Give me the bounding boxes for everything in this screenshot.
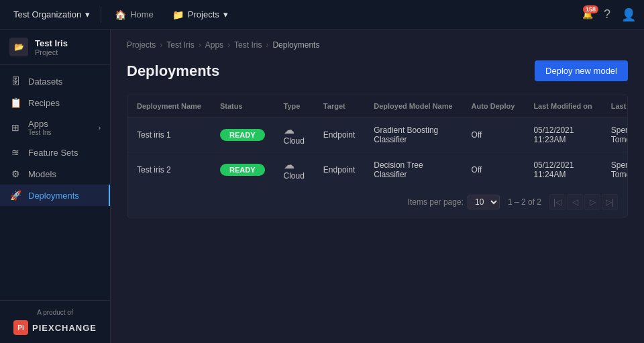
recipes-icon: 📋 (9, 97, 21, 108)
main-content: Projects › Test Iris › Apps › Test Iris … (111, 30, 644, 343)
sidebar-project: 📂 Test Iris Project (0, 30, 110, 65)
breadcrumb-sep-2: › (199, 40, 201, 50)
projects-label: Projects (188, 9, 219, 19)
cell-auto-deploy: Off (462, 117, 525, 152)
notifications-button[interactable]: 🔔 158 (582, 9, 593, 19)
top-nav: Test Organization ▾ 🏠 Home 📁 Projects ▾ … (0, 0, 644, 30)
cloud-icon: ☁ (284, 124, 294, 136)
pagination-buttons: |◁ ◁ ▷ ▷| (549, 194, 618, 210)
sidebar-item-recipes[interactable]: 📋 Recipes (0, 92, 110, 113)
sidebar: 📂 Test Iris Project 🗄 Datasets 📋 Recipes… (0, 30, 111, 343)
nav-projects[interactable]: 📁 Projects ▾ (164, 5, 236, 24)
cell-target: Endpoint (314, 117, 364, 152)
breadcrumb-sep-4: › (266, 40, 268, 50)
deployments-icon: 🚀 (9, 190, 21, 201)
next-page-button[interactable]: ▷ (584, 194, 600, 210)
sidebar-item-label: Feature Sets (28, 148, 78, 158)
cell-auto-deploy: Off (462, 152, 525, 187)
cloud-icon: ☁ (284, 159, 294, 170)
nav-divider (101, 7, 101, 23)
prev-page-button[interactable]: ◁ (567, 194, 583, 210)
breadcrumb-test-iris-1[interactable]: Test Iris (166, 40, 194, 50)
nav-home[interactable]: 🏠 Home (107, 5, 162, 24)
cell-deployment-name: Test iris 2 (127, 152, 211, 187)
nav-items: 🏠 Home 📁 Projects ▾ (107, 5, 236, 24)
folder-icon: 📁 (172, 9, 184, 20)
apps-arrow-icon: › (99, 124, 101, 132)
feature-sets-icon: ≋ (9, 147, 21, 158)
col-auto-deploy: Auto Deploy (462, 95, 525, 117)
sidebar-item-label: Deployments (28, 191, 79, 201)
org-selector[interactable]: Test Organization ▾ (8, 7, 95, 22)
cell-model-name: Gradient Boosting Classifier (364, 117, 462, 152)
org-name: Test Organization (13, 9, 81, 19)
cell-modified-by: Spencer Tomers (602, 152, 628, 187)
breadcrumb-sep-3: › (227, 40, 230, 50)
sidebar-item-datasets[interactable]: 🗄 Datasets (0, 70, 110, 92)
deploy-new-model-button[interactable]: Deploy new model (535, 60, 628, 81)
col-status: Status (211, 95, 274, 117)
help-icon[interactable]: ? (604, 7, 610, 21)
first-page-button[interactable]: |◁ (549, 194, 566, 210)
page-title: Deployments (127, 62, 219, 80)
col-last-modified-by: Last Modified by (602, 95, 628, 117)
project-label: Project (35, 48, 101, 56)
sidebar-nav: 🗄 Datasets 📋 Recipes ⊞ Apps Test Iris › … (0, 65, 110, 300)
deployments-table-container: Deployment Name Status Type Target Deplo… (127, 95, 628, 217)
cell-status: READY (211, 152, 274, 187)
home-label: Home (130, 9, 154, 19)
home-icon: 🏠 (115, 9, 126, 20)
per-page-select[interactable]: 10 25 50 (468, 195, 500, 209)
user-icon[interactable]: 👤 (621, 7, 636, 22)
cell-status: READY (211, 117, 274, 152)
logo-text: PIEXCHANGE (32, 323, 97, 333)
breadcrumb: Projects › Test Iris › Apps › Test Iris … (127, 40, 628, 50)
project-name: Test Iris (35, 38, 101, 48)
status-badge: READY (220, 164, 265, 176)
breadcrumb-sep-1: › (160, 40, 162, 50)
col-type: Type (274, 95, 314, 117)
pagination-row: Items per page: 10 25 50 1 – 2 of 2 |◁ ◁… (127, 187, 627, 217)
last-page-button[interactable]: ▷| (602, 194, 618, 210)
footer-tagline: A product of (37, 309, 72, 316)
page-info: 1 – 2 of 2 (508, 197, 541, 207)
cell-last-modified-on: 05/12/202111:24AM (524, 152, 601, 187)
breadcrumb-projects[interactable]: Projects (127, 40, 156, 50)
breadcrumb-current: Deployments (272, 40, 319, 50)
sidebar-footer: A product of Pi PIEXCHANGE (0, 300, 110, 343)
apps-icon: ⊞ (9, 122, 21, 133)
col-deployed-model-name: Deployed Model Name (364, 95, 462, 117)
main-layout: 📂 Test Iris Project 🗄 Datasets 📋 Recipes… (0, 30, 644, 343)
sidebar-item-label: Recipes (28, 98, 60, 108)
breadcrumb-test-iris-2[interactable]: Test Iris (234, 40, 262, 50)
logo-area: Pi PIEXCHANGE (13, 320, 97, 335)
cell-modified-by: Spencer Tomers (602, 117, 628, 152)
sidebar-item-label: Datasets (28, 77, 62, 87)
org-chevron-icon: ▾ (85, 9, 90, 19)
sidebar-item-apps[interactable]: ⊞ Apps Test Iris › (0, 113, 110, 142)
deployments-table: Deployment Name Status Type Target Deplo… (127, 95, 628, 187)
project-icon: 📂 (9, 38, 28, 56)
project-info: Test Iris Project (35, 38, 101, 56)
items-per-page-label: Items per page: (408, 197, 464, 207)
nav-right: 🔔 158 ? 👤 (582, 7, 636, 22)
items-per-page: Items per page: 10 25 50 (408, 195, 500, 209)
table-header-row: Deployment Name Status Type Target Deplo… (127, 95, 628, 117)
cell-model-name: Decision Tree Classifier (364, 152, 462, 187)
table-row: Test iris 2 READY ☁ Cloud Endpoint Decis… (127, 152, 628, 187)
cell-type: ☁ Cloud (274, 152, 314, 187)
page-header: Deployments Deploy new model (127, 60, 628, 81)
status-badge: READY (220, 129, 265, 141)
col-deployment-name: Deployment Name (127, 95, 211, 117)
models-icon: ⚙ (9, 168, 21, 179)
sidebar-item-models[interactable]: ⚙ Models (0, 163, 110, 185)
breadcrumb-apps[interactable]: Apps (205, 40, 223, 50)
sidebar-item-deployments[interactable]: 🚀 Deployments (0, 185, 110, 206)
apps-label: Apps (28, 119, 92, 129)
datasets-icon: 🗄 (9, 76, 21, 87)
sidebar-item-label: Models (28, 169, 56, 179)
col-last-modified-on: Last Modified on (524, 95, 601, 117)
cell-last-modified-on: 05/12/202111:23AM (524, 117, 601, 152)
sidebar-item-feature-sets[interactable]: ≋ Feature Sets (0, 142, 110, 163)
projects-chevron-icon: ▾ (223, 9, 228, 19)
